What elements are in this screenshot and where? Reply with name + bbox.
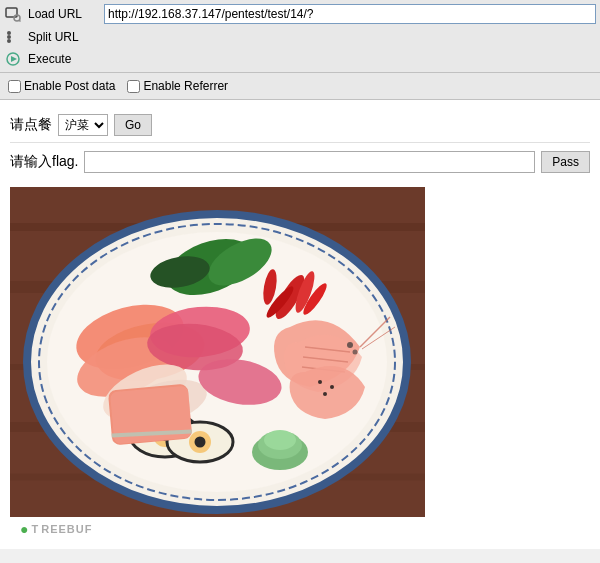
svg-point-57 [323, 392, 327, 396]
svg-point-4 [7, 35, 11, 39]
split-url-button[interactable]: Split URL [28, 30, 98, 44]
enable-post-checkbox[interactable] [8, 80, 21, 93]
svg-point-5 [7, 39, 11, 43]
svg-point-50 [264, 430, 296, 450]
enable-post-checkbox-label[interactable]: Enable Post data [8, 79, 115, 93]
enable-referrer-checkbox-label[interactable]: Enable Referrer [127, 79, 228, 93]
svg-point-38 [347, 342, 353, 348]
menu-label: 请点餐 [10, 116, 52, 134]
enable-post-label: Enable Post data [24, 79, 115, 93]
enable-referrer-checkbox[interactable] [127, 80, 140, 93]
load-url-icon [4, 5, 22, 23]
svg-line-2 [19, 20, 21, 22]
sashimi-image [10, 187, 425, 517]
svg-point-3 [7, 31, 11, 35]
enable-referrer-label: Enable Referrer [143, 79, 228, 93]
watermark-prefix: T [31, 523, 39, 535]
svg-point-55 [318, 380, 322, 384]
flag-row: 请输入flag. Pass [10, 143, 590, 181]
flag-input[interactable] [84, 151, 535, 173]
execute-icon [4, 50, 22, 68]
load-url-button[interactable]: Load URL [28, 7, 98, 21]
svg-point-56 [330, 385, 334, 389]
split-url-icon [4, 28, 22, 46]
watermark-icon: ● [20, 521, 29, 537]
toolbar: Load URL Split URL Execute [0, 0, 600, 73]
main-content: 请点餐 沪菜 川菜 粤菜 Go 请输入flag. Pass [0, 100, 600, 549]
menu-select[interactable]: 沪菜 川菜 粤菜 [58, 114, 108, 136]
options-bar: Enable Post data Enable Referrer [0, 73, 600, 100]
svg-point-39 [353, 350, 358, 355]
execute-button[interactable]: Execute [28, 52, 98, 66]
url-input[interactable] [104, 4, 596, 24]
svg-marker-7 [11, 56, 17, 62]
go-button[interactable]: Go [114, 114, 152, 136]
pass-button[interactable]: Pass [541, 151, 590, 173]
flag-label: 请输入flag. [10, 153, 78, 171]
svg-point-47 [195, 437, 206, 448]
watermark: ● T REEBUF [10, 517, 590, 541]
watermark-text: REEBUF [41, 523, 92, 535]
menu-row: 请点餐 沪菜 川菜 粤菜 Go [10, 108, 590, 143]
